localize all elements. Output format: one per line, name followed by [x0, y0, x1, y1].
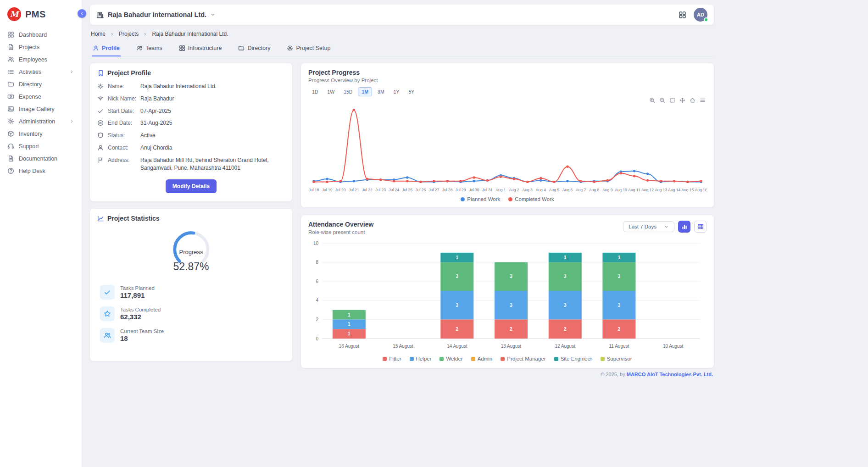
range-1y-button[interactable]: 1Y	[390, 87, 403, 96]
sidebar-item-dashboard[interactable]: Dashboard	[0, 28, 82, 41]
breadcrumb-current: Raja Bahadur International Ltd.	[152, 31, 228, 37]
svg-text:Jul 25: Jul 25	[402, 188, 412, 192]
user-avatar[interactable]: AD	[694, 8, 707, 22]
sidebar-collapse-button[interactable]	[78, 9, 86, 18]
range-1m-button[interactable]: 1M	[358, 87, 372, 96]
svg-text:Jul 29: Jul 29	[456, 188, 466, 192]
panning-button[interactable]	[679, 97, 685, 103]
sidebar-item-documentation[interactable]: Documentation	[0, 152, 82, 165]
tab-label: Directory	[247, 45, 270, 51]
home-icon	[690, 97, 696, 103]
selection-icon	[669, 97, 675, 103]
table-view-toggle[interactable]	[694, 221, 707, 233]
svg-text:1: 1	[618, 255, 621, 260]
svg-text:Jul 18: Jul 18	[309, 188, 319, 192]
sidebar-item-image-gallery[interactable]: Image Gallery	[0, 103, 82, 115]
chart-view-toggle[interactable]	[678, 221, 690, 233]
date-range-dropdown[interactable]: Last 7 Days	[623, 221, 674, 232]
sidebar-item-activities[interactable]: Activities	[0, 66, 82, 78]
field-value: Raja Bahadur Mill Rd, behind Sheraton Gr…	[140, 156, 285, 172]
svg-text:3: 3	[564, 303, 567, 308]
legend-item[interactable]: Completed Work	[508, 196, 554, 202]
svg-text:11 August: 11 August	[609, 344, 629, 349]
legend-item[interactable]: Helper	[410, 356, 432, 361]
chevron-down-icon	[210, 12, 216, 17]
sidebar-item-inventory[interactable]: Inventory	[0, 128, 82, 140]
range-1w-button[interactable]: 1W	[323, 87, 338, 96]
apps-grid-button[interactable]	[679, 11, 686, 19]
company-link[interactable]: MARCO AIoT Technologies Pvt. Ltd.	[627, 372, 713, 377]
check-icon	[104, 289, 111, 296]
profile-field-name: Name: Raja Bahadur International Ltd.	[97, 83, 285, 90]
svg-text:3: 3	[564, 274, 567, 279]
tab-directory[interactable]: Directory	[237, 41, 271, 56]
tab-label: Teams	[145, 45, 162, 51]
range-1d-button[interactable]: 1D	[308, 87, 322, 96]
svg-text:Aug 10: Aug 10	[615, 188, 627, 192]
card-title: Attendance Overview	[308, 221, 373, 228]
tab-infrastructure[interactable]: Infrastructure	[178, 41, 223, 56]
legend-item[interactable]: Planned Work	[461, 196, 500, 202]
legend-item[interactable]: Fitter	[383, 356, 401, 361]
svg-text:Jul 24: Jul 24	[389, 188, 399, 192]
sidebar-item-support[interactable]: Support	[0, 140, 82, 152]
sidebar-item-employees[interactable]: Employees	[0, 53, 82, 66]
selection-zoom-button[interactable]	[669, 97, 675, 103]
svg-text:2: 2	[456, 327, 459, 332]
svg-text:3: 3	[456, 303, 459, 308]
legend-item[interactable]: Admin	[471, 356, 493, 361]
people-icon	[136, 45, 143, 51]
modify-details-button[interactable]: Modify Details	[166, 179, 217, 193]
sidebar-item-projects[interactable]: Projects	[0, 41, 82, 53]
legend-item[interactable]: Welder	[440, 356, 462, 361]
svg-text:Aug 1: Aug 1	[495, 188, 506, 192]
sidebar-item-label: Inventory	[19, 131, 42, 137]
range-15d-button[interactable]: 15D	[340, 87, 356, 96]
company-selector[interactable]: Raja Bahadur International Ltd.	[96, 11, 216, 19]
x-circle-icon	[97, 120, 104, 127]
breadcrumb-home[interactable]: Home	[91, 31, 106, 37]
card-title: Project Statistics	[107, 215, 160, 222]
svg-text:6: 6	[316, 279, 318, 284]
stat-label: Current Team Size	[120, 328, 164, 334]
card-subtitle: Progress Overview by Project	[308, 78, 707, 83]
svg-text:Aug 5: Aug 5	[549, 188, 559, 192]
range-3m-button[interactable]: 3M	[374, 87, 388, 96]
legend-item[interactable]: Project Manager	[501, 356, 545, 361]
sidebar-item-expense[interactable]: Expense	[0, 90, 82, 103]
svg-text:Aug 4: Aug 4	[536, 188, 546, 192]
tab-profile[interactable]: Profile	[92, 41, 121, 56]
sidebar-item-label: Directory	[19, 81, 42, 88]
sidebar-item-directory[interactable]: Directory	[0, 78, 82, 90]
tab-project-setup[interactable]: Project Setup	[286, 41, 331, 56]
chart-line-icon	[97, 215, 104, 222]
svg-text:10: 10	[313, 241, 319, 246]
svg-text:16 August: 16 August	[339, 344, 360, 349]
svg-text:1: 1	[348, 312, 351, 317]
chart-menu-button[interactable]	[700, 97, 706, 103]
reset-zoom-button[interactable]	[690, 97, 696, 103]
signal-icon	[97, 95, 104, 103]
image-gallery-icon	[7, 106, 14, 112]
documentation-icon	[7, 155, 14, 162]
building-icon	[96, 11, 104, 19]
sidebar-item-help-desk[interactable]: Help Desk	[0, 165, 82, 177]
brand: M PMS	[0, 6, 82, 28]
chevron-down-icon	[664, 224, 669, 229]
sidebar-item-label: Expense	[19, 94, 41, 100]
sidebar-item-administration[interactable]: Administration	[0, 115, 82, 128]
legend-item[interactable]: Supervisor	[601, 356, 632, 361]
legend-item[interactable]: Site Engineer	[554, 356, 592, 361]
zoom-in-button[interactable]	[649, 97, 655, 103]
shield-icon	[97, 132, 104, 139]
menu-icon	[700, 97, 706, 103]
card-title: Project Progress	[308, 69, 360, 76]
tab-teams[interactable]: Teams	[135, 41, 163, 56]
field-label: Status:	[108, 132, 136, 139]
support-icon	[7, 143, 14, 150]
zoom-out-button[interactable]	[659, 97, 665, 103]
range-5y-button[interactable]: 5Y	[405, 87, 418, 96]
svg-text:2: 2	[316, 317, 318, 322]
company-name: Raja Bahadur International Ltd.	[108, 11, 206, 18]
breadcrumb-projects[interactable]: Projects	[119, 31, 139, 37]
